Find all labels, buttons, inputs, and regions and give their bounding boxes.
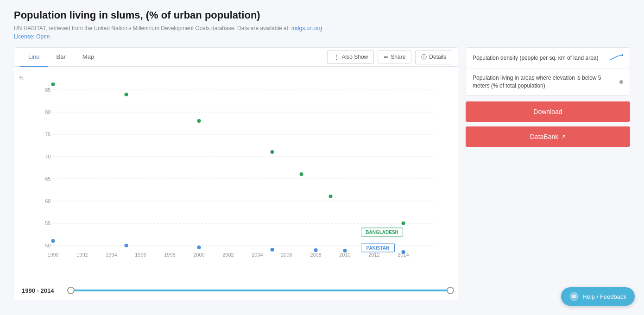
pakistan-point-2014 — [402, 250, 405, 254]
share-button[interactable]: ⇚ Share — [378, 50, 411, 63]
page-title: Population living in slums, (% of urban … — [14, 9, 630, 21]
pakistan-point-2008 — [314, 248, 318, 252]
pakistan-point-1995 — [125, 244, 128, 247]
databank-button[interactable]: DataBank ↗ — [466, 126, 630, 147]
pakistan-point-1990 — [51, 239, 55, 243]
svg-text:2012: 2012 — [368, 252, 379, 258]
range-slider[interactable] — [71, 286, 450, 295]
download-button[interactable]: Download — [466, 101, 630, 122]
related-item-elevation-icon — [609, 77, 623, 87]
chart-area: % — [14, 67, 458, 280]
svg-text:80: 80 — [45, 109, 51, 115]
pakistan-point-2005 — [271, 248, 274, 252]
tab-bar[interactable]: Bar — [48, 48, 74, 67]
bangladesh-point-2007 — [300, 172, 303, 176]
svg-text:65: 65 — [45, 176, 51, 182]
line-chart-icon — [610, 54, 623, 62]
chart-section: Line Bar Map ⋮ Also Show ⇚ Share ⓘ — [14, 47, 458, 301]
svg-text:2004: 2004 — [252, 252, 263, 258]
range-track — [71, 290, 450, 291]
time-range-bar: 1990 - 2014 — [14, 280, 458, 301]
svg-point-33 — [622, 54, 624, 57]
svg-text:PAKISTAN: PAKISTAN — [366, 246, 390, 251]
bangladesh-point-2014 — [402, 221, 405, 225]
range-handle-left[interactable] — [67, 287, 75, 294]
svg-text:70: 70 — [45, 154, 51, 159]
headphone-icon: ✉ — [569, 292, 579, 301]
source-text: UN HABITAT, retrieved from the United Na… — [14, 25, 630, 32]
help-feedback-button[interactable]: ✉ Help / Feedback — [561, 287, 635, 306]
related-items: Population density (people per sq. km of… — [466, 47, 630, 96]
svg-text:BANGLADESH: BANGLADESH — [366, 230, 398, 235]
bangladesh-point-1995 — [125, 93, 128, 96]
also-show-icon: ⋮ — [333, 53, 340, 61]
source-link[interactable]: mdgs.un.org — [291, 25, 322, 32]
svg-text:2010: 2010 — [339, 252, 350, 258]
license-value[interactable]: Open — [36, 33, 50, 40]
time-range-label: 1990 - 2014 — [22, 287, 63, 294]
related-item-elevation[interactable]: Population living in areas where elevati… — [466, 69, 630, 95]
svg-text:1994: 1994 — [106, 252, 117, 258]
tab-actions: ⋮ Also Show ⇚ Share ⓘ Details — [327, 50, 452, 64]
tab-line[interactable]: Line — [20, 48, 48, 67]
chart-svg: 85 80 75 70 65 60 55 50 1990 1992 1994 — [38, 81, 448, 261]
license-text: License: Open — [14, 33, 630, 40]
y-axis-label: % — [19, 75, 24, 81]
bangladesh-point-2005 — [271, 150, 274, 154]
bangladesh-point-1990 — [51, 82, 55, 86]
chart-canvas: 85 80 75 70 65 60 55 50 1990 1992 1994 — [38, 81, 448, 261]
sidebar: Population density (people per sq. km of… — [466, 47, 630, 151]
info-icon: ⓘ — [421, 53, 427, 61]
chart-tabs: Line Bar Map ⋮ Also Show ⇚ Share ⓘ — [14, 48, 458, 67]
bangladesh-point-2000 — [197, 119, 201, 123]
svg-text:1992: 1992 — [76, 252, 88, 258]
svg-text:55: 55 — [45, 220, 51, 226]
svg-text:2000: 2000 — [193, 252, 204, 258]
bangladesh-point-2009 — [329, 195, 333, 198]
details-button[interactable]: ⓘ Details — [415, 50, 452, 64]
chart-inner: % — [19, 71, 453, 280]
tab-list: Line Bar Map — [20, 48, 327, 66]
svg-text:2002: 2002 — [222, 252, 234, 258]
also-show-button[interactable]: ⋮ Also Show — [327, 50, 374, 64]
svg-text:1998: 1998 — [164, 252, 175, 258]
dot-icon — [619, 80, 623, 84]
pakistan-point-2010 — [343, 249, 347, 252]
tab-map[interactable]: Map — [74, 48, 102, 67]
svg-text:1996: 1996 — [135, 252, 146, 258]
related-item-density-icon — [609, 53, 623, 63]
pakistan-point-2000 — [197, 246, 201, 249]
external-link-icon: ↗ — [561, 133, 566, 140]
svg-text:1990: 1990 — [47, 252, 58, 258]
svg-text:2006: 2006 — [281, 252, 292, 258]
related-item-density[interactable]: Population density (people per sq. km of… — [466, 48, 630, 69]
share-icon: ⇚ — [384, 54, 388, 60]
svg-text:75: 75 — [45, 132, 51, 137]
svg-text:85: 85 — [45, 87, 51, 93]
svg-text:50: 50 — [45, 243, 51, 248]
range-handle-right[interactable] — [447, 287, 454, 294]
svg-text:2008: 2008 — [310, 252, 321, 258]
svg-text:60: 60 — [45, 198, 51, 204]
